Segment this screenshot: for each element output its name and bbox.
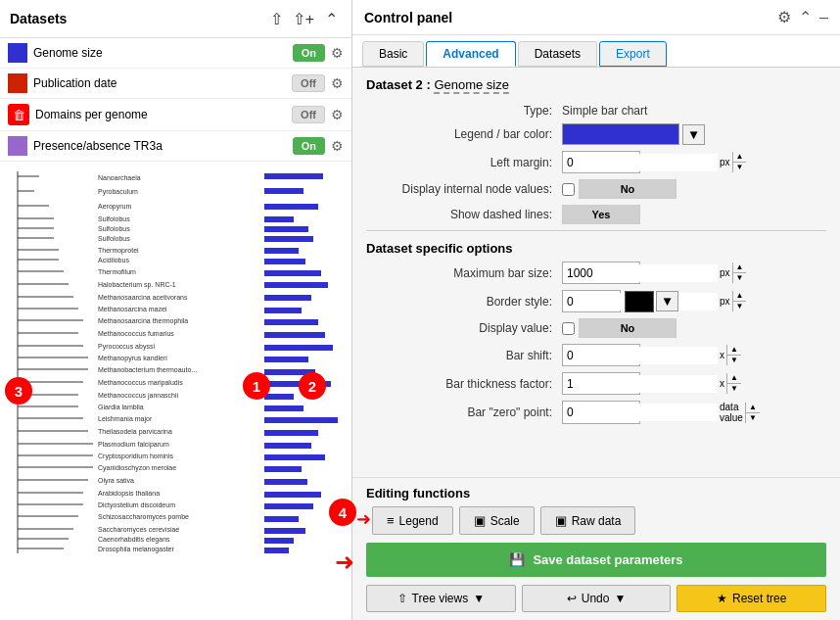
bar-shift-down[interactable]: ▼ [727, 356, 741, 365]
border-color-dropdown[interactable]: ▼ [656, 291, 678, 311]
editing-title: Editing functions [366, 486, 826, 501]
tab-basic[interactable]: Basic [362, 41, 424, 67]
svg-text:Arabidopsis thaliana: Arabidopsis thaliana [98, 490, 160, 498]
presence-color [8, 136, 27, 156]
border-down[interactable]: ▼ [733, 302, 747, 311]
bar-zero-down[interactable]: ▼ [746, 413, 760, 423]
display-internal-checkbox[interactable] [562, 183, 575, 196]
genome-size-toggle[interactable]: On [293, 44, 325, 62]
left-margin-value[interactable] [563, 154, 718, 171]
svg-rect-35 [264, 204, 318, 210]
save-area: ➜ 💾 Save dataset parameters [366, 543, 826, 577]
display-internal-control: No [562, 179, 677, 199]
bar-shift-unit: x [718, 350, 726, 360]
undo-button[interactable]: ↩ Undo ▼ [522, 585, 672, 612]
svg-rect-61 [264, 516, 299, 522]
svg-rect-55 [264, 443, 311, 449]
bar-zero-row: Bar "zero" point: data value ▲ ▼ [366, 401, 826, 424]
display-value-row: Display value: No [366, 318, 826, 338]
raw-data-button[interactable]: ▣ Raw data [540, 506, 636, 535]
presence-toggle[interactable]: On [293, 137, 325, 155]
domains-toggle[interactable]: Off [292, 106, 325, 123]
border-color-box[interactable] [625, 291, 654, 312]
bar-shift-up[interactable]: ▲ [727, 345, 741, 356]
dataset-list: Genome size On ⚙ Publication date Off ⚙ … [0, 38, 351, 162]
bar-thickness-up[interactable]: ▲ [727, 373, 741, 384]
add-dataset-icon[interactable]: ⇧+ [293, 8, 314, 29]
collapse-icon[interactable]: ⌃ [799, 8, 812, 26]
reset-tree-button[interactable]: ★ Reset tree [677, 585, 826, 612]
section-divider [366, 230, 826, 231]
domains-trash-icon[interactable]: 🗑 [8, 104, 29, 125]
svg-rect-37 [264, 226, 308, 232]
bar-zero-value[interactable] [563, 404, 718, 421]
svg-rect-60 [264, 503, 313, 509]
gear-icon[interactable]: ⚙ [777, 8, 791, 26]
svg-text:Cyanidioschyzon merolae: Cyanidioschyzon merolae [98, 464, 176, 472]
badge-1-circle: 1 [243, 372, 270, 400]
undo-label: Undo [582, 592, 610, 605]
show-dashed-yes[interactable]: Yes [563, 206, 639, 223]
dataset-info: Dataset 2 : Genome size [366, 77, 826, 94]
bar-thickness-down[interactable]: ▼ [727, 384, 741, 394]
arrow-4: ➜ [356, 508, 371, 530]
svg-rect-58 [264, 479, 307, 485]
pub-date-gear[interactable]: ⚙ [331, 75, 344, 91]
svg-rect-54 [264, 430, 318, 436]
bar-zero-spinner: ▲ ▼ [745, 403, 760, 423]
save-button[interactable]: 💾 Save dataset parameters [366, 543, 826, 577]
badge-3: 3 [5, 377, 32, 405]
svg-rect-33 [264, 173, 323, 179]
presence-gear[interactable]: ⚙ [331, 138, 344, 154]
border-up[interactable]: ▲ [733, 291, 747, 302]
domains-gear[interactable]: ⚙ [331, 107, 344, 122]
color-dropdown-btn[interactable]: ▼ [682, 124, 705, 145]
bar-zero-label: Bar "zero" point: [366, 405, 562, 419]
bar-zero-unit: data value [718, 402, 745, 423]
bar-shift-value[interactable] [563, 347, 718, 364]
svg-text:Methanococcus jannaschii: Methanococcus jannaschii [98, 392, 179, 400]
genome-size-gear[interactable]: ⚙ [331, 45, 344, 61]
tree-views-dropdown: ▼ [473, 592, 485, 605]
tab-datasets[interactable]: Datasets [518, 41, 597, 67]
minimize-icon[interactable]: – [819, 9, 828, 26]
upload-icon[interactable]: ⇧ [265, 8, 287, 29]
max-bar-up[interactable]: ▲ [733, 262, 747, 273]
svg-text:Leishmania major: Leishmania major [98, 415, 153, 423]
svg-rect-34 [264, 188, 303, 194]
max-bar-size-value[interactable] [563, 264, 718, 282]
svg-text:Methanosaarcina acetivorans: Methanosaarcina acetivorans [98, 294, 188, 301]
legend-icon: ≡ [387, 513, 395, 528]
bar-thickness-value[interactable] [563, 375, 718, 393]
display-internal-no[interactable]: No [580, 180, 676, 198]
display-value-no[interactable]: No [580, 319, 676, 337]
badge-1: 1 [243, 372, 270, 400]
bar-shift-row: Bar shift: x ▲ ▼ [366, 344, 826, 366]
svg-text:Giardia lamblia: Giardia lamblia [98, 404, 144, 410]
svg-text:Methanococcus maripaludis: Methanococcus maripaludis [98, 379, 183, 387]
genome-size-color [8, 43, 27, 63]
pub-date-toggle[interactable]: Off [292, 74, 325, 92]
tree-views-button[interactable]: ⇧ Tree views ▼ [366, 585, 516, 612]
svg-rect-38 [264, 236, 313, 242]
bar-shift-input: x ▲ ▼ [562, 344, 640, 366]
tab-export[interactable]: Export [599, 41, 667, 67]
display-value-checkbox[interactable] [562, 322, 575, 335]
tab-advanced[interactable]: Advanced [426, 41, 515, 67]
max-bar-down[interactable]: ▼ [733, 273, 747, 283]
svg-rect-63 [264, 538, 294, 544]
max-bar-spinner-arrows: ▲ ▼ [732, 262, 747, 283]
svg-rect-40 [264, 259, 305, 264]
spinner-down[interactable]: ▼ [733, 163, 747, 172]
svg-rect-62 [264, 528, 305, 534]
legend-button[interactable]: ≡ Legend [372, 506, 453, 535]
scale-button[interactable]: ▣ Scale [459, 506, 535, 535]
bar-shift-label: Bar shift: [366, 349, 562, 362]
svg-rect-45 [264, 319, 318, 325]
collapse-left-icon[interactable]: ⌃ [320, 8, 342, 29]
bar-zero-up[interactable]: ▲ [746, 403, 760, 413]
color-box[interactable] [562, 123, 679, 145]
spinner-up[interactable]: ▲ [733, 152, 747, 163]
undo-dropdown: ▼ [614, 592, 626, 605]
border-spinner-arrows: ▲ ▼ [732, 291, 747, 311]
